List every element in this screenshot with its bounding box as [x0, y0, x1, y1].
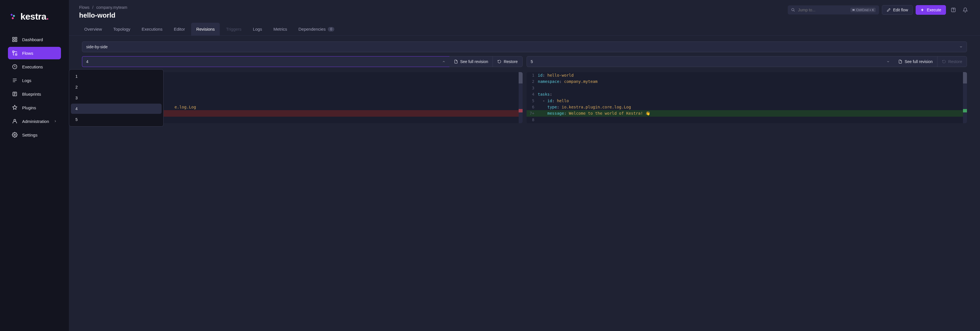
plugins-icon: [12, 105, 18, 110]
tab-editor[interactable]: Editor: [169, 23, 190, 35]
sidebar-item-label: Dashboard: [22, 37, 43, 42]
tab-executions[interactable]: Executions: [137, 23, 168, 35]
executions-icon: [12, 64, 18, 70]
search-box[interactable]: Ctrl/Cmd + K: [788, 5, 879, 14]
topbar: Flows / company.myteam hello-world Ctrl/…: [69, 0, 980, 23]
svg-rect-1: [13, 14, 15, 17]
sidebar-item-label: Plugins: [22, 105, 36, 110]
code-line: 4 tasks:: [527, 91, 967, 98]
search-shortcut: Ctrl/Cmd + K: [850, 8, 876, 12]
brand-name: kestra.: [21, 11, 49, 22]
code-line: 5 - id: hello: [527, 98, 967, 104]
diff-marker: [519, 109, 523, 112]
content: side-by-side 4 See full revision: [69, 36, 980, 331]
chevron-down-icon: [959, 45, 963, 48]
sidebar-item-flows[interactable]: Flows: [8, 47, 61, 59]
page-title: hello-world: [79, 11, 127, 19]
dashboard-icon: [12, 37, 18, 42]
execute-button[interactable]: Execute: [916, 5, 946, 15]
revision-dropdown: 12345: [69, 69, 164, 126]
code-line: 6 type: io.kestra.plugin.core.log.Log: [527, 104, 967, 110]
breadcrumb-root[interactable]: Flows: [79, 5, 90, 10]
code-line: 1 id: hello-world: [527, 72, 967, 78]
svg-rect-4: [15, 37, 17, 39]
breadcrumb: Flows / company.myteam: [79, 5, 127, 10]
svg-point-12: [14, 134, 16, 136]
tab-revisions[interactable]: Revisions: [191, 23, 220, 35]
right-code-pane[interactable]: 1 id: hello-world2 namespace: company.my…: [527, 72, 967, 123]
sidebar-item-dashboard[interactable]: Dashboard: [8, 33, 61, 46]
chevron-up-icon: [442, 60, 445, 63]
svg-rect-2: [12, 17, 14, 19]
settings-icon: [12, 132, 18, 138]
tab-topology[interactable]: Topology: [108, 23, 135, 35]
sidebar-item-label: Logs: [22, 78, 32, 83]
search-input[interactable]: [798, 8, 848, 12]
sidebar-item-label: Settings: [22, 133, 37, 138]
chevron-down-icon: [886, 60, 890, 63]
sidebar-item-label: Executions: [22, 64, 43, 69]
right-revision-select[interactable]: 5: [527, 56, 894, 67]
code-line: 3: [527, 85, 967, 91]
logs-icon: [12, 77, 18, 83]
code-line: 7+ message: Welcome to the world of Kest…: [527, 110, 967, 117]
blueprints-icon: [12, 91, 18, 97]
flows-icon: [12, 50, 18, 56]
sidebar-item-label: Flows: [22, 51, 33, 56]
svg-rect-5: [13, 40, 14, 42]
tab-metrics[interactable]: Metrics: [268, 23, 292, 35]
help-button[interactable]: [949, 5, 958, 14]
svg-rect-0: [11, 13, 13, 16]
svg-point-11: [14, 119, 16, 121]
view-mode-select[interactable]: side-by-side: [82, 42, 967, 52]
tab-badge: 0: [328, 27, 334, 32]
sidebar-item-executions[interactable]: Executions: [8, 61, 61, 73]
dropdown-item[interactable]: 1: [71, 71, 162, 82]
tab-logs[interactable]: Logs: [248, 23, 267, 35]
diff-marker: [963, 109, 967, 112]
pencil-icon: [887, 8, 891, 12]
left-restore-button[interactable]: Restore: [493, 56, 522, 67]
sidebar-item-label: Blueprints: [22, 92, 41, 96]
sidebar-item-settings[interactable]: Settings: [8, 129, 61, 141]
topbar-actions: Ctrl/Cmd + K Edit flow Execute: [788, 5, 970, 15]
svg-rect-7: [13, 51, 14, 53]
right-see-full-button[interactable]: See full revision: [894, 56, 937, 67]
sidebar-item-logs[interactable]: Logs: [8, 74, 61, 86]
sidebar-item-label: Administration: [22, 119, 49, 124]
dropdown-item[interactable]: 5: [71, 114, 162, 125]
right-panel: 5 See full revision Restore 1 id: hello-…: [527, 56, 967, 123]
breadcrumb-ns[interactable]: company.myteam: [96, 5, 127, 10]
tab-dependencies[interactable]: Dependencies0: [293, 23, 340, 35]
logo: kestra.: [0, 6, 69, 33]
code-line: 8: [527, 117, 967, 123]
svg-rect-14: [853, 10, 855, 11]
left-revision-select[interactable]: 4: [82, 56, 449, 67]
dropdown-item[interactable]: 3: [71, 93, 162, 103]
tab-triggers: Triggers: [221, 23, 247, 35]
svg-rect-8: [16, 54, 17, 55]
tab-overview[interactable]: Overview: [79, 23, 107, 35]
sidebar-item-blueprints[interactable]: Blueprints: [8, 88, 61, 100]
edit-flow-button[interactable]: Edit flow: [882, 5, 913, 15]
restore-icon: [497, 60, 501, 64]
code-line: 2 namespace: company.myteam: [527, 78, 967, 85]
restore-icon: [942, 60, 946, 64]
dropdown-item[interactable]: 2: [71, 82, 162, 92]
sidebar: kestra. DashboardFlowsExecutionsLogsBlue…: [0, 0, 69, 331]
dropdown-item[interactable]: 4: [71, 104, 162, 114]
svg-point-13: [792, 8, 794, 11]
bolt-icon: [920, 8, 924, 12]
breadcrumb-sep: /: [92, 5, 94, 10]
sidebar-item-plugins[interactable]: Plugins: [8, 101, 61, 114]
svg-rect-3: [13, 37, 14, 39]
left-see-full-button[interactable]: See full revision: [449, 56, 493, 67]
svg-point-16: [953, 11, 954, 11]
admin-icon: [12, 118, 18, 124]
svg-rect-6: [15, 40, 17, 42]
document-icon: [454, 60, 458, 64]
right-restore-button[interactable]: Restore: [937, 56, 967, 67]
bell-button[interactable]: [961, 5, 970, 14]
chevron-right-icon: [54, 120, 57, 123]
sidebar-item-administration[interactable]: Administration: [8, 115, 61, 128]
